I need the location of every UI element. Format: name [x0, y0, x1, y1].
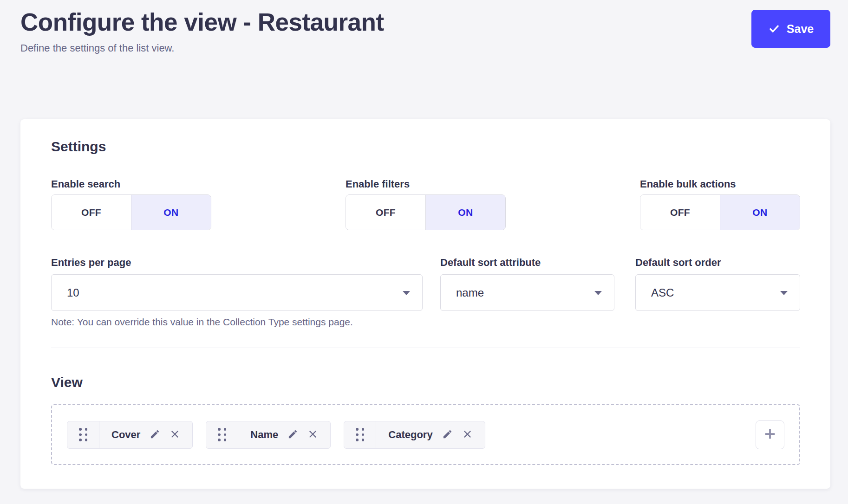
check-icon — [768, 23, 780, 35]
toggle-group-enable-search: Enable search OFF ON — [51, 179, 211, 230]
default-sort-attribute-group: Default sort attribute name — [440, 257, 614, 328]
toggle-label: Enable bulk actions — [640, 179, 800, 190]
section-divider — [51, 348, 800, 348]
drag-handle[interactable] — [344, 421, 376, 448]
enable-filters-on-option[interactable]: ON — [425, 195, 505, 230]
close-icon — [170, 429, 180, 441]
field-chip-list: Cover — [67, 421, 485, 449]
chevron-down-icon — [780, 291, 788, 295]
entries-per-page-note: Note: You can override this value in the… — [51, 316, 423, 328]
enable-search-toggle: OFF ON — [51, 194, 211, 230]
field-chip-cover: Cover — [67, 421, 193, 449]
settings-section-heading: Settings — [51, 139, 800, 155]
select-value: name — [456, 286, 484, 299]
edit-field-button[interactable] — [150, 429, 160, 441]
remove-field-button[interactable] — [307, 429, 318, 441]
toggle-group-enable-bulk-actions: Enable bulk actions OFF ON — [640, 179, 800, 230]
close-icon — [307, 429, 318, 441]
plus-icon — [763, 427, 777, 442]
chevron-down-icon — [594, 291, 602, 295]
save-button[interactable]: Save — [751, 10, 830, 48]
select-value: 10 — [67, 286, 79, 299]
enable-search-on-option[interactable]: ON — [131, 195, 211, 230]
drag-handle[interactable] — [206, 421, 238, 448]
default-sort-order-select[interactable]: ASC — [635, 274, 800, 311]
drag-dots-icon — [218, 428, 226, 441]
chip-body: Cover — [99, 421, 192, 448]
pencil-icon — [287, 429, 298, 441]
field-chip-label: Cover — [111, 429, 140, 441]
field-chip-category: Category — [344, 421, 485, 449]
settings-card: Settings Enable search OFF ON Enable fil… — [20, 119, 830, 489]
pencil-icon — [442, 429, 453, 441]
add-field-button[interactable] — [756, 420, 784, 449]
field-chip-name: Name — [206, 421, 331, 449]
view-fields-drop-zone: Cover — [51, 404, 800, 465]
save-button-label: Save — [787, 22, 814, 36]
toggle-label: Enable filters — [346, 179, 506, 190]
toggle-label: Enable search — [51, 179, 211, 190]
drag-handle[interactable] — [67, 421, 99, 448]
field-chip-label: Name — [250, 429, 278, 441]
remove-field-button[interactable] — [462, 429, 473, 441]
drag-dots-icon — [79, 428, 87, 441]
entries-per-page-group: Entries per page 10 Note: You can overri… — [51, 257, 423, 328]
configure-view-page: Configure the view - Restaurant Define t… — [0, 0, 848, 489]
page-header: Configure the view - Restaurant Define t… — [20, 0, 830, 54]
page-subtitle: Define the settings of the list view. — [20, 42, 384, 54]
select-label: Entries per page — [51, 257, 423, 268]
chevron-down-icon — [403, 291, 410, 295]
enable-filters-toggle: OFF ON — [346, 194, 506, 230]
view-section-heading: View — [51, 375, 800, 390]
enable-filters-off-option[interactable]: OFF — [346, 195, 425, 230]
select-value: ASC — [651, 286, 674, 299]
edit-field-button[interactable] — [287, 429, 298, 441]
enable-bulk-actions-off-option[interactable]: OFF — [640, 195, 720, 230]
enable-bulk-actions-toggle: OFF ON — [640, 194, 800, 230]
enable-search-off-option[interactable]: OFF — [52, 195, 131, 230]
edit-field-button[interactable] — [442, 429, 453, 441]
default-sort-order-group: Default sort order ASC — [635, 257, 800, 328]
select-label: Default sort attribute — [440, 257, 614, 268]
field-chip-label: Category — [388, 429, 432, 441]
header-text-block: Configure the view - Restaurant Define t… — [20, 0, 384, 54]
chip-body: Category — [376, 421, 484, 448]
toggles-row: Enable search OFF ON Enable filters OFF … — [51, 179, 800, 230]
chip-body: Name — [238, 421, 330, 448]
selects-row: Entries per page 10 Note: You can overri… — [51, 257, 800, 328]
remove-field-button[interactable] — [170, 429, 180, 441]
entries-per-page-select[interactable]: 10 — [51, 274, 423, 311]
drag-dots-icon — [356, 428, 364, 441]
toggle-group-enable-filters: Enable filters OFF ON — [346, 179, 506, 230]
default-sort-attribute-select[interactable]: name — [440, 274, 614, 311]
close-icon — [462, 429, 473, 441]
select-label: Default sort order — [635, 257, 800, 268]
pencil-icon — [150, 429, 160, 441]
page-title: Configure the view - Restaurant — [20, 8, 384, 36]
enable-bulk-actions-on-option[interactable]: ON — [720, 195, 800, 230]
